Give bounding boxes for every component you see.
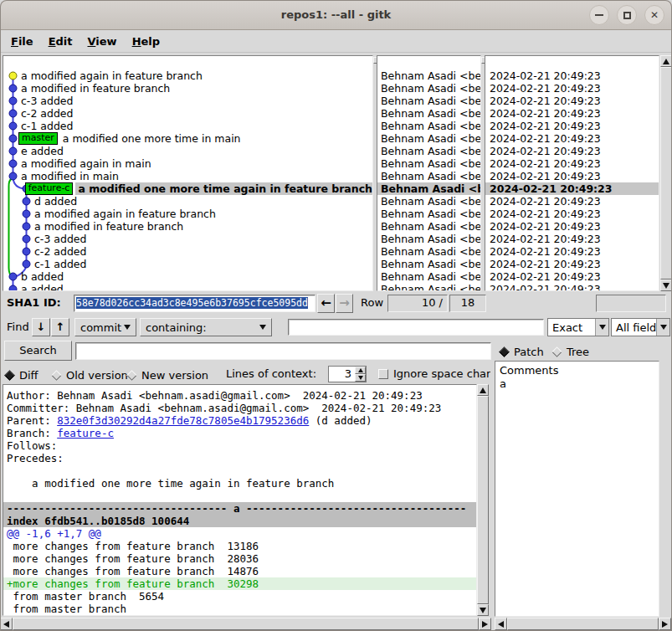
- commit-row[interactable]: b added: [3, 270, 372, 283]
- commit-date[interactable]: 2024-02-21 20:49:23: [485, 283, 659, 291]
- commit-row[interactable]: d added: [3, 195, 372, 208]
- branch-label-feature-c[interactable]: feature-c: [25, 182, 74, 195]
- scroll-right-button[interactable]: [479, 618, 491, 630]
- find-prev-button[interactable]: ↑: [51, 318, 69, 336]
- scroll-up-button[interactable]: [477, 384, 489, 396]
- file-list-horizontal-scrollbar[interactable]: [495, 618, 671, 630]
- find-mode-dropdown[interactable]: containing:: [140, 318, 272, 336]
- commit-date[interactable]: 2024-02-21 20:49:23: [485, 107, 659, 120]
- radio-tree[interactable]: Tree: [553, 345, 589, 358]
- sha1-input[interactable]: 58e78d026cc34ad3c8e495e6b37695cfce5095dd: [74, 295, 315, 312]
- scrollbar-thumb[interactable]: [507, 618, 659, 630]
- commit-author-pane[interactable]: Behnam Asadi <behBehnam Asadi <behBehnam…: [377, 55, 481, 291]
- scroll-down-button[interactable]: [660, 280, 672, 291]
- menu-view[interactable]: View: [80, 33, 125, 49]
- minimize-button[interactable]: [589, 5, 609, 25]
- commit-date[interactable]: 2024-02-21 20:49:23: [485, 245, 659, 258]
- commit-date[interactable]: 2024-02-21 20:49:23: [485, 258, 659, 270]
- diff-scrollbar[interactable]: [477, 384, 489, 616]
- commit-graph-pane[interactable]: a modified again in feature brancha modi…: [3, 55, 373, 291]
- branch-label-master[interactable]: master: [18, 132, 58, 145]
- forward-button[interactable]: →: [336, 294, 353, 313]
- menu-edit[interactable]: Edit: [41, 33, 80, 49]
- commit-author[interactable]: Behnam Asadi <beh: [377, 82, 480, 95]
- commit-row[interactable]: c-1 added: [3, 120, 372, 132]
- commit-row[interactable]: a modified again in feature branch: [3, 69, 372, 82]
- commit-row[interactable]: c-3 added: [3, 233, 372, 245]
- commit-author[interactable]: Behnam Asadi <beh: [377, 182, 480, 195]
- file-list-item-a[interactable]: a: [495, 377, 659, 391]
- back-button[interactable]: ←: [317, 294, 335, 313]
- parent-sha-link[interactable]: 832e0f3d30292d4a27fde78c7805e4b1795236d6: [57, 414, 309, 427]
- combobox-arrow[interactable]: [595, 319, 608, 336]
- commit-list-scrollbar[interactable]: [660, 55, 672, 291]
- radio-new-version[interactable]: New version: [128, 368, 208, 382]
- radio-diff[interactable]: Diff: [6, 368, 38, 382]
- lines-of-context-spinner[interactable]: 3: [328, 366, 367, 382]
- diff-pane[interactable]: Author: Behnam Asadi <behnam.asadi@gmail…: [3, 384, 477, 616]
- diff-horizontal-scrollbar[interactable]: [0, 618, 491, 630]
- commit-author[interactable]: Behnam Asadi <beh: [377, 120, 480, 132]
- file-list-pane[interactable]: Commentsa: [495, 361, 659, 617]
- menu-file[interactable]: File: [3, 33, 41, 49]
- commit-author[interactable]: Behnam Asadi <beh: [377, 69, 480, 82]
- find-type-dropdown[interactable]: commit: [74, 318, 136, 336]
- commit-author[interactable]: Behnam Asadi <beh: [377, 170, 480, 182]
- menu-help[interactable]: Help: [125, 33, 167, 49]
- commit-date-pane[interactable]: 2024-02-21 20:49:232024-02-21 20:49:2320…: [485, 55, 659, 291]
- commit-author[interactable]: Behnam Asadi <beh: [377, 233, 480, 245]
- search-button[interactable]: Search: [4, 341, 72, 361]
- scroll-left-button[interactable]: [0, 618, 13, 630]
- commit-author[interactable]: Behnam Asadi <beh: [377, 208, 480, 220]
- commit-author[interactable]: Behnam Asadi <beh: [377, 270, 480, 283]
- commit-row[interactable]: mastera modified one more time in main: [3, 132, 372, 145]
- spinner-up-button[interactable]: [355, 367, 366, 374]
- titlebar[interactable]: repos1: --all - gitk ✕: [0, 0, 672, 30]
- scroll-down-button[interactable]: [477, 604, 489, 616]
- commit-author[interactable]: Behnam Asadi <beh: [377, 107, 480, 120]
- commit-date[interactable]: 2024-02-21 20:49:23: [485, 233, 659, 245]
- commit-row[interactable]: feature-ca modified one more time again …: [3, 182, 372, 195]
- search-input[interactable]: [75, 342, 491, 360]
- find-next-button[interactable]: ↓: [32, 318, 50, 336]
- commit-date[interactable]: 2024-02-21 20:49:23: [485, 220, 659, 233]
- scroll-left-button[interactable]: [495, 618, 507, 630]
- match-type-combobox[interactable]: Exact: [547, 318, 609, 336]
- commit-date[interactable]: 2024-02-21 20:49:23: [485, 82, 659, 95]
- commit-author[interactable]: Behnam Asadi <beh: [377, 95, 480, 107]
- commit-date[interactable]: 2024-02-21 20:49:23: [485, 69, 659, 82]
- commit-date[interactable]: 2024-02-21 20:49:23: [485, 145, 659, 157]
- commit-date[interactable]: 2024-02-21 20:49:23: [485, 157, 659, 170]
- branch-link[interactable]: feature-c: [57, 427, 114, 439]
- commit-author[interactable]: Behnam Asadi <beh: [377, 145, 480, 157]
- close-button[interactable]: ✕: [644, 5, 664, 25]
- commit-row[interactable]: c-3 added: [3, 95, 372, 107]
- commit-date[interactable]: 2024-02-21 20:49:23: [485, 195, 659, 208]
- commit-row[interactable]: a modified in feature branch: [3, 220, 372, 233]
- commit-row[interactable]: a modified in feature branch: [3, 82, 372, 95]
- combobox-arrow[interactable]: [656, 319, 669, 336]
- commit-author[interactable]: Behnam Asadi <beh: [377, 220, 480, 233]
- commit-author[interactable]: Behnam Asadi <beh: [377, 195, 480, 208]
- scroll-right-button[interactable]: [659, 618, 671, 630]
- commit-date[interactable]: 2024-02-21 20:49:23: [485, 132, 659, 145]
- commit-author[interactable]: Behnam Asadi <beh: [377, 157, 480, 170]
- commit-row[interactable]: a modified again in main: [3, 157, 372, 170]
- scrollbar-thumb[interactable]: [477, 396, 489, 604]
- commit-author[interactable]: Behnam Asadi <beh: [377, 283, 480, 291]
- commit-row[interactable]: e added: [3, 145, 372, 157]
- find-input[interactable]: [288, 319, 544, 336]
- commit-row[interactable]: a added: [3, 283, 372, 291]
- commit-date[interactable]: 2024-02-21 20:49:23: [485, 182, 659, 195]
- commit-row[interactable]: c-1 added: [3, 258, 372, 270]
- commit-date[interactable]: 2024-02-21 20:49:23: [485, 120, 659, 132]
- commit-date[interactable]: 2024-02-21 20:49:23: [485, 95, 659, 107]
- commit-row[interactable]: c-2 added: [3, 107, 372, 120]
- commit-author[interactable]: Behnam Asadi <beh: [377, 258, 480, 270]
- commit-author[interactable]: Behnam Asadi <beh: [377, 245, 480, 258]
- radio-patch[interactable]: Patch: [500, 345, 544, 358]
- commit-row[interactable]: a modified in main: [3, 170, 372, 182]
- commit-author[interactable]: Behnam Asadi <beh: [377, 132, 480, 145]
- scroll-up-button[interactable]: [660, 55, 672, 67]
- ignore-space-checkbox[interactable]: [378, 369, 388, 379]
